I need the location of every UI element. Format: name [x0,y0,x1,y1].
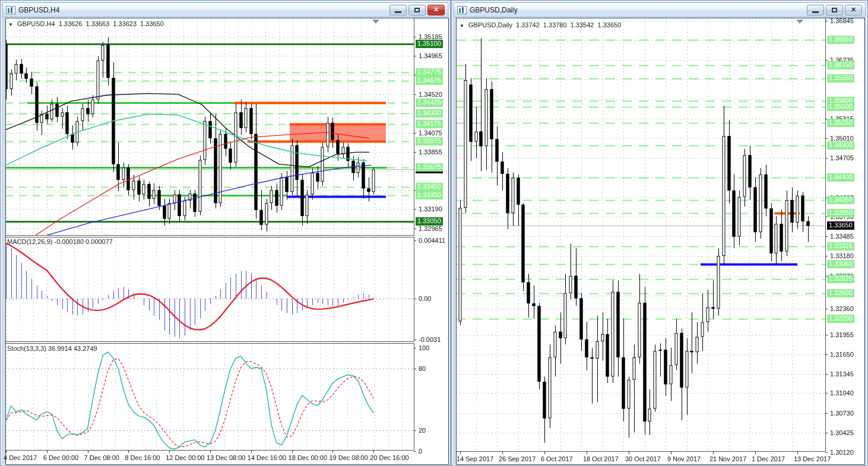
chart-window-icon [457,6,467,14]
high-value: 1.33663 [85,20,109,27]
stoch-header: Stoch(13,3,3) 36.9914 43.2749 [7,345,97,352]
close-button[interactable]: ✕ [845,5,862,15]
close-value: 1.33650 [140,20,164,27]
minimize-button[interactable] [389,5,407,15]
window-title: GBPUSD,H4 [18,6,59,14]
dropdown-icon[interactable]: ▼ [460,23,464,28]
macd-header: MACD(12,26,9) -0.000180 0.000077 [7,238,113,245]
chart-header-daily[interactable]: ▼ GBPUSD,Daily 1.33742 1.33780 1.33542 1… [460,21,623,28]
stoch-name: Stoch(13,3,3) [7,345,46,352]
symbol-period-label: GBPUSD,H4 [17,20,55,27]
low-value: 1.33542 [571,21,594,28]
chart-window-icon [6,6,15,14]
high-value: 1.33780 [543,21,567,28]
low-value: 1.33623 [113,20,137,27]
stoch-values: 36.9914 43.2749 [48,345,97,352]
titlebar-daily[interactable]: GBPUSD,Daily ✕ [454,2,866,17]
macd-name: MACD(12,26,9) [7,238,52,245]
chart-header-h4[interactable]: ▼ GBPUSD,H4 1.33626 1.33663 1.33623 1.33… [8,20,166,27]
minimize-button[interactable] [807,5,824,15]
close-button[interactable]: ✕ [427,5,445,15]
restore-button[interactable] [826,5,843,15]
window-title: GBPUSD,Daily [470,6,518,14]
macd-values: -0.000180 0.000077 [54,238,112,245]
chart-window-h4: GBPUSD,H4 ✕ [0,0,451,466]
chart-window-daily: GBPUSD,Daily ✕ [451,0,868,466]
mdi-workspace: GBPUSD,H4 ✕ GBPUSD,Daily ✕ 1.351851.3496… [0,0,868,466]
dropdown-icon[interactable]: ▼ [8,22,13,27]
close-value: 1.33650 [598,21,622,28]
open-value: 1.33626 [59,20,83,27]
symbol-period-label: GBPUSD,Daily [468,21,512,28]
titlebar-h4[interactable]: GBPUSD,H4 ✕ [2,2,448,17]
chart-area-daily[interactable] [456,18,865,465]
restore-button[interactable] [408,5,426,15]
open-value: 1.33742 [516,21,540,28]
